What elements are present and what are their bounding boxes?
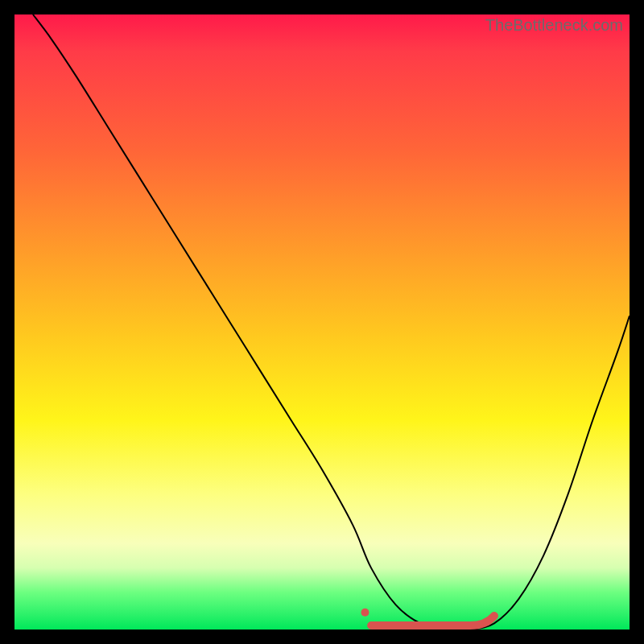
marker-dot: [361, 609, 369, 617]
chart-frame: TheBottleneck.com: [0, 0, 644, 644]
optimal-range-highlight: [371, 616, 494, 625]
plot-area: TheBottleneck.com: [14, 14, 630, 630]
bottleneck-curve: [33, 14, 630, 630]
curve-svg: [14, 14, 630, 630]
